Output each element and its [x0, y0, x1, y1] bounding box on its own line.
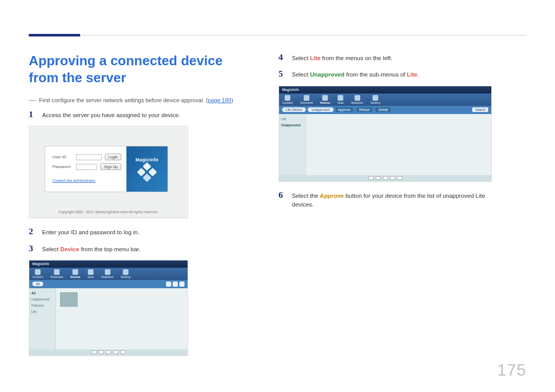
- intro-post: ): [231, 97, 233, 103]
- toolbar-icon[interactable]: [179, 282, 184, 287]
- content-columns: Approving a connected device from the se…: [29, 52, 526, 364]
- step-1: 1 Access the server you have assigned to…: [29, 109, 250, 120]
- page-btn[interactable]: [91, 350, 97, 354]
- side-lite[interactable]: Lite: [281, 117, 303, 121]
- step-number: 1: [29, 109, 36, 120]
- step6-pre: Select the: [292, 193, 320, 199]
- toolbar-icon[interactable]: [166, 282, 171, 287]
- page-btn[interactable]: [120, 350, 125, 354]
- step5-pre: Select: [292, 71, 310, 78]
- step-number: 3: [29, 244, 36, 254]
- signup-button[interactable]: Sign Up: [100, 163, 121, 170]
- tab-lite-device[interactable]: Lite Device: [282, 107, 306, 112]
- step4-pre: Select: [292, 55, 310, 61]
- dash-main: [56, 288, 188, 349]
- contact-admin-link[interactable]: Contact the administrator: [52, 178, 96, 183]
- page-btn[interactable]: [99, 350, 104, 354]
- nav-content[interactable]: Content: [282, 101, 293, 104]
- dash-body: All Unapproved Refused Lite: [29, 288, 188, 349]
- keyword-device: Device: [60, 246, 79, 252]
- refuse-button[interactable]: Refuse: [357, 107, 373, 112]
- page-btn[interactable]: [368, 176, 374, 180]
- step-text: Enter your ID and password to log in.: [42, 228, 139, 237]
- step-text: Select the Approve button for your devic…: [292, 192, 505, 210]
- step-3: 3 Select Device from the top menu bar.: [29, 244, 250, 254]
- dash-topnav: Content Schedule Device User Statistics …: [279, 94, 491, 106]
- tab-unapproved[interactable]: Unapproved: [308, 107, 333, 112]
- keyword-approve: Approve: [320, 193, 344, 199]
- screenshot-unapproved-list: MagicInfo Content Schedule Device User S…: [279, 86, 492, 182]
- schedule-icon: [54, 269, 60, 275]
- device-icon: [72, 269, 78, 275]
- page-ref-link[interactable]: page 189: [208, 97, 231, 103]
- login-brand-panel: MagicInfo: [126, 146, 168, 192]
- statistics-icon: [355, 95, 360, 101]
- step4-post: from the menus on the left.: [321, 55, 393, 61]
- page-btn[interactable]: [106, 350, 111, 354]
- left-column: Approving a connected device from the se…: [29, 52, 250, 364]
- side-lite[interactable]: Lite: [31, 310, 53, 313]
- side-unapproved[interactable]: Unapproved: [281, 123, 303, 127]
- nav-schedule[interactable]: Schedule: [50, 275, 63, 278]
- dash-titlebar: MagicInfo: [29, 260, 188, 268]
- copyright-text: Copyright 2009 - 2012 SamsungElectronics…: [29, 210, 188, 214]
- dash-pagination: [279, 175, 491, 181]
- right-column: 4 Select Lite from the menus on the left…: [279, 52, 505, 364]
- search-button[interactable]: Search: [472, 107, 488, 112]
- nav-statistics[interactable]: Statistics: [351, 101, 363, 104]
- nav-statistics[interactable]: Statistics: [101, 275, 114, 278]
- dash-sidebar: Lite Unapproved: [279, 114, 306, 175]
- page-btn[interactable]: [113, 350, 118, 354]
- dash-body: Lite Unapproved: [279, 114, 491, 175]
- step-text: Select Unapproved from the sub-menus of …: [292, 70, 419, 79]
- page-number: 175: [497, 361, 526, 380]
- nav-device[interactable]: Device: [70, 275, 80, 278]
- intro-text: First configure the server network setti…: [39, 97, 233, 103]
- step-text: Select Lite from the menus on the left.: [292, 54, 393, 63]
- page-title: Approving a connected device from the se…: [29, 52, 250, 86]
- nav-content[interactable]: Content: [32, 275, 43, 278]
- step-number: 4: [279, 52, 286, 63]
- page-btn[interactable]: [376, 176, 381, 180]
- keyword-lite: Lite: [407, 71, 417, 78]
- nav-schedule[interactable]: Schedule: [300, 101, 313, 104]
- nav-user[interactable]: User: [337, 101, 344, 104]
- password-input[interactable]: [76, 164, 97, 170]
- dash-main: [306, 114, 491, 175]
- dash-sidebar: All Unapproved Refused Lite: [29, 288, 56, 349]
- step-number: 6: [279, 190, 286, 200]
- side-unapproved[interactable]: Unapproved: [31, 297, 53, 301]
- step-text: Select Device from the top menu bar.: [42, 245, 140, 254]
- step-5: 5 Select Unapproved from the sub-menus o…: [279, 69, 505, 79]
- page-btn[interactable]: [397, 176, 402, 180]
- page-btn[interactable]: [383, 176, 388, 180]
- schedule-icon: [304, 95, 309, 101]
- login-button[interactable]: Login: [105, 154, 121, 160]
- brand-label: MagicInfo: [136, 157, 159, 162]
- userid-input[interactable]: [76, 154, 102, 160]
- step5-post: .: [417, 71, 419, 78]
- magicinfo-logo-icon: [138, 163, 156, 181]
- toolbar-icon[interactable]: [173, 282, 178, 287]
- dash-topnav: Content Schedule Device User Statistics …: [29, 268, 188, 280]
- side-all[interactable]: All: [31, 291, 53, 295]
- side-refused[interactable]: Refused: [31, 304, 53, 307]
- nav-device[interactable]: Device: [320, 101, 330, 104]
- page-btn[interactable]: [390, 176, 395, 180]
- userid-label: User ID: [52, 155, 73, 159]
- password-label: Password: [52, 164, 73, 169]
- screenshot-login: User ID Login Password Sign Up Contact t…: [29, 126, 188, 218]
- divider: [29, 35, 526, 35]
- nav-user[interactable]: User: [87, 275, 94, 278]
- delete-button[interactable]: Delete: [376, 107, 391, 112]
- toolbar-icons: [166, 282, 184, 287]
- approve-button[interactable]: Approve: [336, 107, 353, 112]
- nav-setting[interactable]: Setting: [371, 101, 380, 104]
- device-thumbnail[interactable]: [60, 292, 78, 307]
- step-6: 6 Select the Approve button for your dev…: [279, 190, 505, 210]
- intro-pre: First configure the server network setti…: [39, 97, 208, 103]
- dash-icon: [29, 100, 36, 101]
- sub-all[interactable]: All: [32, 282, 43, 286]
- dash-pagination: [29, 349, 188, 356]
- nav-setting[interactable]: Setting: [121, 275, 131, 278]
